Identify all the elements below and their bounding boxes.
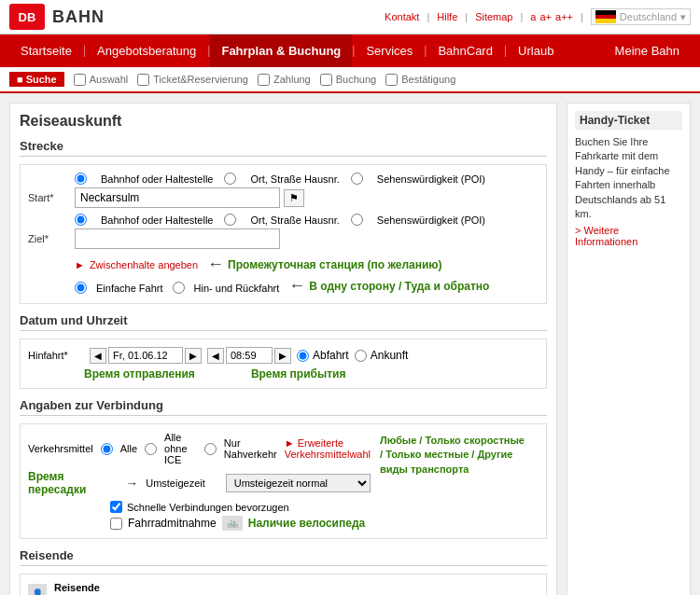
einfache-fahrt-label: Einfache Fahrt — [96, 283, 163, 294]
start-field-row: Start* ⚑ — [28, 187, 539, 208]
time-prev-button[interactable]: ◀ — [207, 348, 224, 364]
nav-urlaub[interactable]: Urlaub — [507, 35, 565, 67]
einfache-fahrt-radio[interactable] — [75, 282, 87, 294]
step-zahlung: Zahlung — [258, 74, 311, 86]
hin-rueckfahrt-radio[interactable] — [173, 282, 185, 294]
start-bahnhof-radio[interactable] — [75, 173, 87, 185]
ziel-poi-radio[interactable] — [351, 214, 363, 226]
verk-alle-radio[interactable] — [101, 443, 113, 455]
country-select[interactable]: Deutschland ▾ — [591, 8, 691, 25]
page-title: Reiseauskunft — [20, 113, 547, 130]
step-auswahl-check[interactable] — [74, 74, 86, 86]
time-annotations: Время отправления Время прибытия — [28, 367, 539, 381]
start-radio-group: Bahnhof oder Haltestelle Ort, Straße Hau… — [75, 173, 539, 185]
db-logo: DB — [9, 4, 45, 30]
fahrt-row-wrapper: Einfache Fahrt Hin- und Rückfahrt ← В од… — [28, 276, 539, 296]
fahrrad-icon: 🚲 — [222, 516, 243, 531]
zwischenhalte-link[interactable]: Zwischenhalte angeben — [90, 259, 198, 270]
schnell-row: Schnelle Verbindungen bevorzugen — [110, 501, 371, 513]
sidebar-link[interactable]: > Weitere Informationen — [575, 225, 637, 247]
zwischenhalte-row[interactable]: ► Zwischenhalte angeben — [75, 259, 198, 270]
start-ort-radio[interactable] — [224, 173, 236, 185]
schnell-check[interactable] — [110, 501, 122, 513]
ziel-label: Ziel* — [28, 233, 75, 244]
kontakt-link[interactable]: Kontakt — [385, 11, 419, 22]
abfahrt-label: Abfahrt — [313, 349, 349, 362]
steps-bar: ■ Suche Auswahl Ticket&Reservierung Zahl… — [0, 67, 700, 93]
ziel-ort-radio[interactable] — [224, 214, 236, 226]
svg-rect-1 — [595, 15, 616, 19]
nav-fahrplan[interactable]: Fahrplan & Buchung — [210, 35, 352, 67]
verk-nah-label: Nur Nahverkehr — [224, 437, 277, 460]
step-ticket-label: Ticket&Reservierung — [153, 74, 248, 85]
sidebar: Handy-Ticket Buchen Sie Ihre Fahrkarte m… — [567, 103, 691, 595]
date-next-button[interactable]: ▶ — [185, 348, 202, 364]
step-buchung-label: Buchung — [336, 74, 376, 85]
ziel-field-row: Ziel* — [28, 228, 539, 249]
country-label: Deutschland — [620, 11, 677, 22]
verk-label: Verkehrsmittel — [28, 443, 93, 454]
ann-zwischenhalte-text: Промежуточная станция (по желанию) — [228, 258, 441, 271]
start-bahnhof-label: Bahnhof oder Haltestelle — [101, 173, 213, 185]
ann-zwischenhalte: ← Промежуточная станция (по желанию) — [207, 255, 441, 274]
verk-erweitert-link[interactable]: ► Erweiterte Verkehrsmittelwahl — [285, 437, 371, 460]
start-input[interactable] — [75, 187, 280, 208]
sitemap-link[interactable]: Sitemap — [475, 11, 512, 22]
datum-title: Datum und Uhrzeit — [20, 313, 547, 331]
verk-ohneice-radio[interactable] — [145, 443, 157, 455]
verk-outer: Verkehrsmittel Alle Alle ohne ICE Nur Na… — [28, 432, 539, 531]
nav-angebotsberatung[interactable]: Angebotsberatung — [86, 35, 207, 67]
step-buchung: Buchung — [320, 74, 376, 86]
step-zahlung-check[interactable] — [258, 74, 270, 86]
font-large-link[interactable]: a++ — [555, 11, 573, 22]
font-medium-link[interactable]: a+ — [539, 11, 552, 22]
step-buchung-check[interactable] — [320, 74, 332, 86]
time-input[interactable] — [226, 347, 273, 364]
font-small-link[interactable]: a — [530, 11, 536, 22]
datum-section: Hinfahrt* ◀ ▶ ◀ ▶ Abfahrt Ankunft — [20, 339, 547, 389]
font-size-links: a a+ a++ — [530, 11, 573, 22]
step-bestaetigung-check[interactable] — [385, 74, 398, 86]
start-poi-radio[interactable] — [351, 173, 363, 185]
start-row: Bahnhof oder Haltestelle Ort, Straße Hau… — [28, 173, 539, 208]
time-input-group: ◀ ▶ — [207, 347, 291, 364]
umsteige-select[interactable]: Umsteigezeit normal — [226, 474, 371, 492]
dropdown-arrow: ▾ — [680, 11, 686, 23]
date-input[interactable] — [108, 347, 183, 364]
umsteige-label: Umsteigezeit — [146, 477, 218, 489]
fahrrad-label: Fahrradmitnahme — [128, 517, 217, 530]
ann-verk-types: Любые / Только скоростные / Только местн… — [371, 432, 539, 477]
meine-bahn-link[interactable]: Meine Bahn — [604, 35, 691, 67]
verbindung-title: Angaben zur Verbindung — [20, 398, 547, 416]
step-ticket-check[interactable] — [137, 74, 149, 86]
verk-ohneice-label: Alle ohne ICE — [164, 432, 197, 465]
nav-services[interactable]: Services — [355, 35, 424, 67]
svg-rect-2 — [595, 19, 616, 23]
db-logo-text: DB — [19, 10, 36, 24]
ann-fahrrad: Наличие велосипеда — [248, 517, 365, 530]
nav-startseite[interactable]: Startseite — [9, 35, 83, 67]
zwischenhalte-row-wrapper: ► Zwischenhalte angeben ← Промежуточная … — [28, 255, 539, 274]
reisende-title: Reisende — [20, 548, 547, 566]
nav-bahncard[interactable]: BahnCard — [427, 35, 504, 67]
time-next-button[interactable]: ▶ — [274, 348, 291, 364]
fahrrad-check[interactable] — [110, 518, 122, 530]
ziel-input[interactable] — [75, 228, 280, 249]
main-container: Reiseauskunft Strecke Bahnhof oder Halte… — [0, 93, 700, 595]
step-bestaetigung-label: Bestätigung — [401, 74, 455, 85]
form-area: Reiseauskunft Strecke Bahnhof oder Halte… — [9, 103, 557, 595]
date-prev-button[interactable]: ◀ — [90, 348, 106, 364]
sidebar-title: Handy-Ticket — [575, 111, 682, 130]
ann-fahrt-text: В одну сторону / Туда и обратно — [309, 280, 489, 293]
logo-area: DB BAHN — [9, 4, 105, 30]
ankunft-radio[interactable] — [355, 350, 367, 362]
start-poi-button[interactable]: ⚑ — [284, 189, 304, 207]
abfahrt-radio[interactable] — [297, 350, 309, 362]
ziel-bahnhof-radio[interactable] — [75, 214, 87, 226]
brand-name: BAHN — [52, 7, 105, 27]
verk-row: Verkehrsmittel Alle Alle ohne ICE Nur Na… — [28, 432, 371, 465]
hilfe-link[interactable]: Hilfe — [437, 11, 457, 22]
ziel-row: Bahnhof oder Haltestelle Ort, Straße Hau… — [28, 214, 539, 249]
verk-nah-radio[interactable] — [204, 443, 217, 455]
ziel-poi-label: Sehenswürdigkeit (POI) — [377, 214, 485, 226]
